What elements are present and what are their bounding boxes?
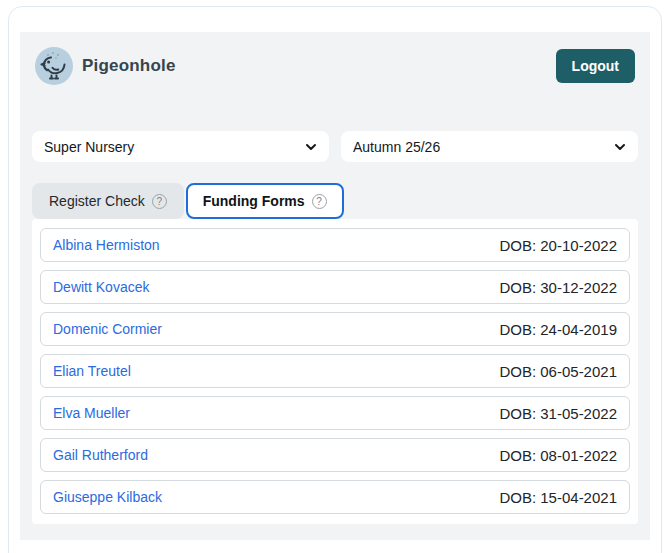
term-select-value: Autumn 25/26 [353, 139, 440, 155]
help-icon[interactable]: ? [152, 194, 167, 209]
chevron-down-icon [614, 141, 626, 153]
term-select[interactable]: Autumn 25/26 [341, 131, 638, 162]
brand: Pigeonhole [35, 47, 176, 85]
logout-button[interactable]: Logout [556, 49, 635, 83]
header: Pigeonhole Logout [35, 47, 635, 85]
content-panel: Pigeonhole Logout Super Nursery Autumn 2… [20, 32, 650, 540]
child-dob: DOB: 30-12-2022 [499, 279, 617, 296]
funding-forms-panel: Albina Hermiston DOB: 20-10-2022 Dewitt … [32, 219, 638, 524]
nursery-select[interactable]: Super Nursery [32, 131, 329, 162]
help-icon[interactable]: ? [312, 194, 327, 209]
child-name-link[interactable]: Dewitt Kovacek [53, 279, 149, 295]
brand-name: Pigeonhole [82, 56, 176, 76]
child-row: Albina Hermiston DOB: 20-10-2022 [40, 228, 630, 262]
pigeonhole-logo-icon [35, 47, 73, 85]
child-dob: DOB: 15-04-2021 [499, 489, 617, 506]
tab-bar: Register Check ? Funding Forms ? [32, 183, 638, 219]
child-row: Gail Rutherford DOB: 08-01-2022 [40, 438, 630, 472]
child-name-link[interactable]: Elian Treutel [53, 363, 131, 379]
child-row: Elian Treutel DOB: 06-05-2021 [40, 354, 630, 388]
child-dob: DOB: 24-04-2019 [499, 321, 617, 338]
child-row: Giuseppe Kilback DOB: 15-04-2021 [40, 480, 630, 514]
child-dob: DOB: 08-01-2022 [499, 447, 617, 464]
filter-bar: Super Nursery Autumn 25/26 [32, 131, 638, 162]
child-name-link[interactable]: Elva Mueller [53, 405, 130, 421]
child-row: Dewitt Kovacek DOB: 30-12-2022 [40, 270, 630, 304]
tab-register-check[interactable]: Register Check ? [32, 183, 184, 219]
child-row: Domenic Cormier DOB: 24-04-2019 [40, 312, 630, 346]
child-dob: DOB: 31-05-2022 [499, 405, 617, 422]
child-name-link[interactable]: Albina Hermiston [53, 237, 160, 253]
child-dob: DOB: 06-05-2021 [499, 363, 617, 380]
child-dob: DOB: 20-10-2022 [499, 237, 617, 254]
tab-funding-forms[interactable]: Funding Forms ? [186, 183, 344, 219]
tab-label: Register Check [49, 193, 145, 209]
nursery-select-value: Super Nursery [44, 139, 134, 155]
child-name-link[interactable]: Giuseppe Kilback [53, 489, 162, 505]
main-card: Pigeonhole Logout Super Nursery Autumn 2… [8, 6, 662, 553]
child-row: Elva Mueller DOB: 31-05-2022 [40, 396, 630, 430]
tab-label: Funding Forms [203, 193, 305, 209]
child-name-link[interactable]: Gail Rutherford [53, 447, 148, 463]
chevron-down-icon [305, 141, 317, 153]
child-name-link[interactable]: Domenic Cormier [53, 321, 162, 337]
